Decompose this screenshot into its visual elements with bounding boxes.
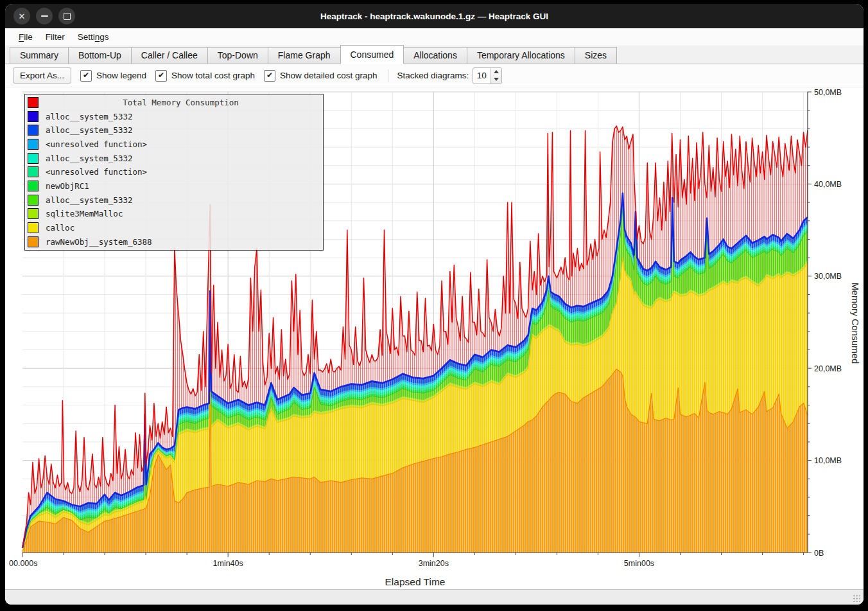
legend-swatch: [28, 125, 39, 136]
x-tick-label: 5min00s: [624, 559, 654, 568]
x-tick-label: 1min40s: [213, 559, 243, 568]
tab-caller-callee[interactable]: Caller / Callee: [131, 47, 207, 64]
legend-label: newObjRC1: [46, 181, 89, 191]
checkmark-icon: ✔: [266, 71, 273, 80]
maximize-button[interactable]: [58, 8, 75, 24]
legend-label: alloc__system_5332: [46, 125, 132, 135]
legend-label: <unresolved function>: [46, 139, 147, 149]
checkmark-icon: ✔: [158, 71, 164, 80]
legend-item: alloc__system_5332: [25, 193, 323, 206]
window-controls: ✕: [13, 8, 75, 24]
legend-item: alloc__system_5332: [25, 152, 323, 164]
minimize-icon: [41, 15, 48, 17]
titlebar: ✕ Heaptrack - heaptrack.wakunode.1.gz — …: [5, 4, 864, 28]
legend-label: alloc__system_5332: [46, 154, 132, 163]
legend-label: alloc__system_5332: [46, 112, 132, 121]
legend-item: alloc__system_5332: [25, 124, 323, 137]
menu-file[interactable]: File: [13, 30, 39, 44]
legend-swatch: [28, 208, 39, 219]
menu-filter[interactable]: Filter: [40, 30, 71, 44]
stacked-diagrams-spinner[interactable]: 10: [473, 67, 502, 84]
legend-label: rawNewObj__system_6388: [46, 237, 152, 247]
legend-swatch: [28, 139, 39, 150]
maximize-icon: [64, 13, 71, 20]
legend-label: calloc: [46, 223, 74, 233]
app-window: ✕ Heaptrack - heaptrack.wakunode.1.gz — …: [5, 4, 864, 605]
tab-summary[interactable]: Summary: [10, 47, 68, 64]
spinner-value[interactable]: 10: [473, 68, 490, 84]
y-axis-title: Memory Consumed: [850, 283, 860, 364]
legend-swatch: [28, 111, 39, 122]
legend-swatch: [28, 236, 39, 247]
resize-grip[interactable]: [852, 594, 860, 602]
tab-top-down[interactable]: Top-Down: [207, 47, 268, 64]
y-tick-label: 20,0MB: [814, 364, 842, 373]
y-tick-label: 10,0MB: [814, 456, 842, 465]
stacked-diagrams-label: Stacked diagrams:: [397, 71, 469, 80]
toolbar-separator: [388, 69, 388, 82]
y-tick-label: 30,0MB: [814, 272, 842, 281]
tabbar: SummaryBottom-UpCaller / CalleeTop-DownF…: [5, 46, 864, 64]
statusbar: [5, 589, 864, 605]
y-tick-label: 40,0MB: [814, 180, 842, 189]
checkbox-box[interactable]: ✔: [155, 70, 167, 82]
toolbar: Export As... ✔ Show legend ✔ Show total …: [5, 64, 864, 87]
legend-title-row: Total Memory Consumption: [25, 96, 323, 109]
show-detailed-cost-checkbox[interactable]: ✔ Show detailed cost graph: [264, 70, 378, 82]
tab-allocations[interactable]: Allocations: [404, 47, 467, 64]
checkbox-label: Show total cost graph: [171, 71, 255, 80]
x-axis-title: Elapsed Time: [385, 576, 446, 587]
checkbox-label: Show detailed cost graph: [280, 71, 378, 80]
legend-swatch: [28, 153, 39, 164]
legend-label: sqlite3MemMalloc: [46, 209, 123, 218]
tab-bottom-up[interactable]: Bottom-Up: [68, 47, 131, 64]
close-button[interactable]: ✕: [13, 8, 30, 24]
show-total-cost-checkbox[interactable]: ✔ Show total cost graph: [155, 70, 255, 82]
chart-legend: Total Memory Consumptionalloc__system_53…: [24, 94, 324, 251]
show-legend-checkbox[interactable]: ✔ Show legend: [80, 70, 146, 82]
chevron-down-icon: [494, 78, 499, 81]
legend-item: <unresolved function>: [25, 138, 323, 151]
minimize-button[interactable]: [36, 8, 53, 24]
chevron-up-icon: [494, 70, 499, 73]
menubar: FileFilterSettings: [5, 28, 864, 46]
legend-item: rawNewObj__system_6388: [25, 235, 323, 248]
spinner-up-button[interactable]: [490, 68, 501, 76]
checkmark-icon: ✔: [83, 71, 89, 80]
export-as-button[interactable]: Export As...: [13, 67, 71, 84]
tab-consumed[interactable]: Consumed: [340, 45, 404, 64]
legend-label: Total Memory Consumption: [39, 98, 323, 107]
legend-swatch: [28, 97, 39, 108]
y-tick-label: 50,0MB: [814, 88, 842, 97]
legend-label: alloc__system_5332: [46, 195, 132, 205]
checkbox-label: Show legend: [96, 71, 146, 80]
legend-swatch: [28, 166, 39, 177]
x-tick-label: 3min20s: [419, 559, 449, 568]
legend-item: <unresolved function>: [25, 166, 323, 179]
menu-settings[interactable]: Settings: [72, 30, 115, 44]
legend-swatch: [28, 222, 39, 233]
legend-label: <unresolved function>: [46, 167, 147, 177]
tab-sizes[interactable]: Sizes: [575, 47, 617, 64]
legend-item: calloc: [25, 222, 323, 235]
tab-flame-graph[interactable]: Flame Graph: [268, 47, 340, 64]
checkbox-box[interactable]: ✔: [80, 70, 92, 82]
checkbox-box[interactable]: ✔: [264, 70, 275, 82]
legend-item: newObjRC1: [25, 180, 323, 193]
y-tick-label: 0B: [814, 549, 824, 558]
tab-temporary-allocations[interactable]: Temporary Allocations: [467, 47, 575, 64]
window-title: Heaptrack - heaptrack.wakunode.1.gz — He…: [5, 12, 864, 21]
legend-swatch: [28, 195, 39, 206]
close-icon: ✕: [19, 12, 26, 21]
consumed-tab-content: 00.000s1min40s3min20s5min00s0B10,0MB20,0…: [5, 87, 864, 589]
legend-item: sqlite3MemMalloc: [25, 208, 323, 220]
legend-swatch: [28, 181, 39, 191]
spinner-down-button[interactable]: [490, 76, 501, 84]
legend-item: alloc__system_5332: [25, 110, 323, 123]
x-tick-label: 00.000s: [9, 559, 37, 568]
